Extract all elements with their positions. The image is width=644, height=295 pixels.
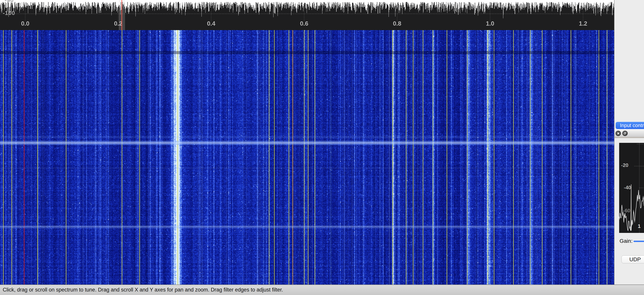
freq-tick-label: 1.2 bbox=[574, 20, 592, 27]
restore-windows-icon bbox=[624, 132, 626, 135]
spectrum-plot: -90 -100 0.0 0.2 0.4 0.6 0.8 1.0 1.2 bbox=[0, 0, 614, 30]
panel-toolbar bbox=[614, 129, 644, 138]
freq-tick-label: 0.6 bbox=[296, 20, 313, 27]
mini-spectrum-canvas bbox=[619, 143, 644, 233]
gain-label: Gain: bbox=[620, 238, 632, 244]
udp-button[interactable]: UDP bbox=[622, 256, 644, 263]
status-message: Click, drag or scroll on spectrum to tun… bbox=[3, 285, 283, 294]
restore-button[interactable] bbox=[622, 130, 628, 136]
db-axis-label: -100 bbox=[3, 10, 15, 16]
gain-slider[interactable] bbox=[634, 241, 644, 242]
db-axis-label: -90 bbox=[5, 0, 14, 4]
status-bar: Click, drag or scroll on spectrum to tun… bbox=[0, 284, 644, 295]
freq-tick-label: 1.0 bbox=[481, 20, 499, 27]
waterfall-display[interactable] bbox=[0, 30, 614, 284]
tuning-indicator[interactable] bbox=[122, 0, 122, 30]
input-control-tab[interactable]: Input contr bbox=[616, 122, 644, 129]
freq-tick-label: 0.0 bbox=[16, 20, 34, 27]
input-control-tab-label: Input contr bbox=[620, 122, 644, 128]
close-icon bbox=[617, 132, 620, 135]
sdr-app-window: -90 -100 0.0 0.2 0.4 0.6 0.8 1.0 1.2 Inp… bbox=[0, 0, 644, 295]
close-button[interactable] bbox=[616, 130, 621, 136]
input-spectrum-plot: -20 -40 -60 1 bbox=[619, 143, 644, 233]
freq-tick-label: 0.8 bbox=[388, 20, 406, 27]
input-control-panel: Input contr -20 -40 -60 1 Gain bbox=[614, 0, 644, 284]
freq-tick-label: 0.4 bbox=[202, 20, 220, 27]
